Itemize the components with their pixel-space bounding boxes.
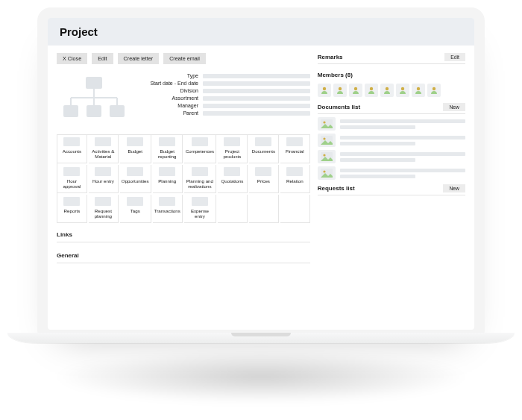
- content-area: X Close Edit Create letter Create email: [48, 46, 474, 330]
- member-avatar[interactable]: [380, 84, 394, 97]
- tile-prices[interactable]: Prices: [249, 165, 279, 193]
- tile-swatch: [224, 167, 240, 176]
- member-avatar[interactable]: [427, 84, 441, 97]
- field-label: Assortment: [139, 95, 198, 101]
- project-fields: TypeStart date - End dateDivisionAssortm…: [139, 70, 310, 130]
- orgchart-icon: [57, 70, 131, 130]
- tile-label: Tags: [130, 208, 140, 213]
- laptop-notch: [231, 333, 291, 336]
- svg-point-14: [401, 87, 404, 90]
- edit-button[interactable]: Edit: [92, 53, 113, 64]
- field-row: Type: [139, 73, 310, 78]
- left-column: X Close Edit Create letter Create email: [57, 53, 310, 324]
- tile-expense-entry[interactable]: Expense entry: [184, 195, 216, 223]
- tile-hour-entry[interactable]: Hour entry: [89, 165, 119, 193]
- tile-budget[interactable]: Budget: [120, 135, 151, 163]
- svg-point-12: [370, 87, 373, 90]
- tile-empty: [280, 195, 310, 223]
- member-avatar[interactable]: [396, 84, 409, 97]
- svg-point-16: [433, 87, 435, 90]
- field-row: Start date - End date: [139, 81, 310, 86]
- create-email-button[interactable]: Create email: [163, 53, 206, 64]
- field-label: Type: [139, 73, 198, 78]
- members-list: [318, 84, 465, 97]
- svg-point-9: [323, 87, 326, 90]
- tile-project-products[interactable]: Project products: [218, 135, 248, 163]
- document-lines: [340, 136, 465, 145]
- svg-point-10: [339, 87, 342, 90]
- document-row[interactable]: [318, 117, 465, 131]
- member-avatar[interactable]: [333, 84, 347, 97]
- tile-swatch: [159, 167, 175, 176]
- tile-swatch: [255, 137, 271, 146]
- remarks-title: Remarks: [318, 54, 343, 60]
- requests-new-button[interactable]: New: [443, 184, 465, 192]
- member-avatar[interactable]: [412, 84, 425, 97]
- documents-new-button[interactable]: New: [443, 103, 465, 111]
- tile-swatch: [286, 167, 303, 176]
- laptop-shadow: [52, 351, 470, 403]
- toolbar: X Close Edit Create letter Create email: [57, 53, 310, 64]
- svg-point-13: [386, 87, 389, 90]
- members-title: Members (8): [318, 72, 353, 78]
- document-row[interactable]: [318, 150, 465, 163]
- tile-label: Documents: [252, 148, 275, 154]
- field-row: Manager: [139, 103, 310, 108]
- tile-label: Budget reporting: [154, 148, 180, 159]
- tile-budget-reporting[interactable]: Budget reporting: [153, 135, 183, 163]
- tile-opportunities[interactable]: Opportunities: [120, 165, 151, 193]
- tile-accounts[interactable]: Accounts: [57, 135, 87, 163]
- field-row: Division: [139, 88, 310, 93]
- tile-hour-approval[interactable]: Hour approval: [57, 165, 87, 193]
- tile-label: Request planning: [90, 208, 116, 219]
- document-row[interactable]: [318, 134, 465, 147]
- tile-activities-material[interactable]: Activities & Material: [89, 135, 119, 163]
- tile-swatch: [224, 137, 240, 146]
- right-column: Remarks Edit Members (8) Documents list …: [318, 53, 465, 324]
- tile-label: Planning and realizations: [186, 178, 214, 189]
- tile-transactions[interactable]: Transactions: [153, 195, 183, 223]
- tile-planning-and-realizations[interactable]: Planning and realizations: [184, 165, 216, 193]
- tile-swatch: [192, 167, 208, 176]
- tile-label: Quotations: [221, 178, 244, 184]
- requests-header: Requests list New: [318, 184, 465, 195]
- field-row: Assortment: [139, 95, 310, 101]
- field-value-placeholder: [203, 96, 310, 101]
- tile-request-planning[interactable]: Request planning: [89, 195, 119, 223]
- tile-swatch: [255, 167, 271, 176]
- field-value-placeholder: [203, 104, 310, 108]
- tile-swatch: [192, 137, 208, 146]
- tile-label: Prices: [257, 178, 270, 184]
- field-value-placeholder: [203, 74, 310, 78]
- tile-label: Opportunities: [122, 178, 149, 184]
- close-button[interactable]: X Close: [57, 53, 87, 64]
- documents-header: Documents list New: [318, 103, 465, 114]
- member-avatar[interactable]: [349, 84, 362, 97]
- tile-swatch: [127, 167, 143, 176]
- field-label: Manager: [139, 103, 198, 108]
- tile-financial[interactable]: Financial: [280, 135, 310, 163]
- tile-quotations[interactable]: Quotations: [218, 165, 248, 193]
- tile-reports[interactable]: Reports: [57, 195, 87, 223]
- tile-swatch: [159, 137, 175, 146]
- svg-point-24: [323, 170, 325, 172]
- tile-relation[interactable]: Relation: [280, 165, 310, 193]
- svg-rect-0: [86, 77, 102, 89]
- create-letter-button[interactable]: Create letter: [118, 53, 160, 64]
- image-icon: [318, 150, 336, 163]
- tile-competences[interactable]: Competences: [184, 135, 216, 163]
- tile-tags[interactable]: Tags: [120, 195, 151, 223]
- tile-swatch: [95, 197, 111, 206]
- document-row[interactable]: [318, 166, 465, 180]
- tile-planning[interactable]: Planning: [153, 165, 183, 193]
- remarks-header: Remarks Edit: [318, 53, 465, 64]
- member-avatar[interactable]: [365, 84, 378, 97]
- tile-documents[interactable]: Documents: [249, 135, 279, 163]
- tile-label: Budget: [128, 148, 142, 154]
- tile-swatch: [63, 197, 80, 206]
- svg-rect-8: [110, 105, 125, 117]
- image-icon: [318, 117, 336, 131]
- svg-point-22: [323, 154, 325, 156]
- member-avatar[interactable]: [318, 84, 331, 97]
- remarks-edit-button[interactable]: Edit: [444, 53, 465, 61]
